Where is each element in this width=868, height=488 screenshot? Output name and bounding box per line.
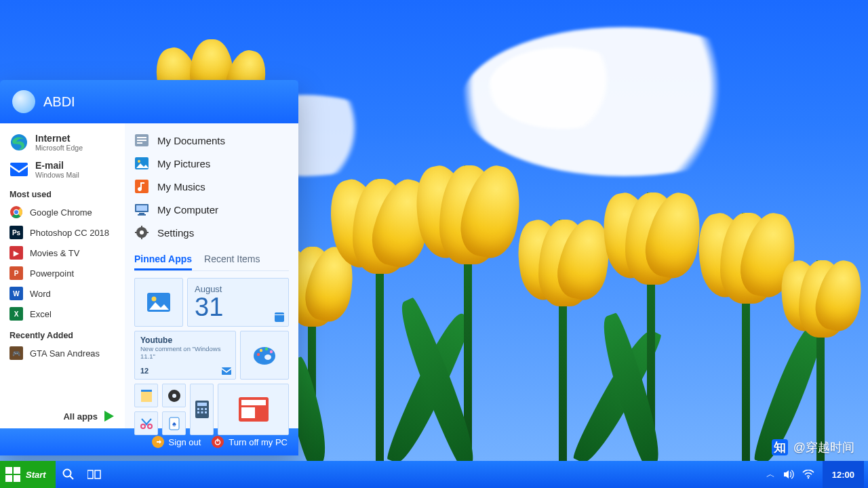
svg-point-6 xyxy=(14,210,18,214)
tile-photos[interactable] xyxy=(134,278,183,327)
svg-point-56 xyxy=(63,470,71,477)
tile-solitaire[interactable]: ♠ xyxy=(162,411,186,435)
svg-rect-35 xyxy=(141,391,152,402)
app-chrome[interactable]: Google Chrome xyxy=(9,202,118,222)
svg-rect-49 xyxy=(201,411,203,413)
pinned-email[interactable]: E-mailWindows Mail xyxy=(9,156,118,183)
taskbar-taskview[interactable] xyxy=(81,461,107,488)
calculator-icon xyxy=(195,401,209,418)
svg-rect-53 xyxy=(241,407,255,418)
svg-rect-15 xyxy=(136,205,147,211)
tab-recent-items[interactable]: Recent Items xyxy=(204,249,260,270)
svg-rect-1 xyxy=(10,163,28,176)
link-settings[interactable]: Settings xyxy=(134,221,289,244)
app-movies-tv[interactable]: ▶Movies & TV xyxy=(9,243,118,263)
svg-point-29 xyxy=(254,347,275,365)
start-menu-header[interactable]: ABDI xyxy=(0,80,298,123)
gear-icon xyxy=(134,225,149,240)
app-powerpoint[interactable]: PPowerpoint xyxy=(9,263,118,283)
tab-pinned-apps[interactable]: Pinned Apps xyxy=(134,249,192,270)
svg-rect-50 xyxy=(205,411,207,413)
svg-point-38 xyxy=(172,394,176,398)
tile-news[interactable] xyxy=(218,384,289,435)
power-button[interactable]: Turn off my PC xyxy=(212,436,288,448)
svg-rect-44 xyxy=(197,403,207,406)
svg-rect-17 xyxy=(138,214,146,216)
svg-rect-55 xyxy=(218,439,218,442)
app-excel[interactable]: XExcel xyxy=(9,304,118,324)
movies-icon: ▶ xyxy=(9,246,23,260)
svg-rect-28 xyxy=(222,367,231,375)
paint-palette-icon xyxy=(252,342,277,368)
excel-icon: X xyxy=(9,307,23,321)
svg-point-32 xyxy=(260,349,262,352)
tray-volume-icon[interactable] xyxy=(783,470,794,479)
zhihu-icon: 知 xyxy=(772,439,788,455)
tile-media[interactable] xyxy=(162,384,186,407)
svg-point-33 xyxy=(265,348,268,350)
svg-rect-8 xyxy=(137,137,146,138)
taskview-icon xyxy=(87,469,101,480)
calendar-day: 31 xyxy=(195,294,223,320)
link-computer[interactable]: My Computer xyxy=(134,198,289,221)
link-documents[interactable]: My Documents xyxy=(134,129,289,152)
svg-rect-21 xyxy=(141,237,142,239)
app-photoshop[interactable]: PsPhotoshop CC 2018 xyxy=(9,222,118,243)
cards-icon: ♠ xyxy=(168,416,180,431)
mail-badge-icon xyxy=(222,367,231,375)
signout-icon xyxy=(152,436,164,448)
tile-notepad[interactable] xyxy=(134,384,158,407)
mail-icon xyxy=(9,160,28,179)
tile-youtube[interactable]: Youtube New comment on "Windows 11.1" 12 xyxy=(134,331,236,380)
svg-rect-58 xyxy=(87,470,93,479)
start-right-column: My Documents My Pictures My Musics My Co… xyxy=(125,123,298,428)
tile-paint[interactable] xyxy=(240,331,289,380)
svg-rect-48 xyxy=(197,411,199,413)
tray-wifi-icon[interactable] xyxy=(802,470,814,479)
tile-snip[interactable] xyxy=(134,411,158,435)
app-gta[interactable]: 🎮GTA San Andreas xyxy=(9,343,118,363)
svg-rect-47 xyxy=(205,408,207,410)
svg-rect-59 xyxy=(95,470,100,479)
svg-point-30 xyxy=(264,354,271,360)
svg-line-57 xyxy=(70,476,73,479)
svg-rect-9 xyxy=(137,140,146,141)
taskbar-search[interactable] xyxy=(56,461,81,488)
taskbar-clock[interactable]: 12:00 xyxy=(823,461,864,488)
disc-icon xyxy=(167,389,181,403)
watermark: 知 @穿越时间 xyxy=(772,439,854,455)
link-musics[interactable]: My Musics xyxy=(134,175,289,198)
music-icon xyxy=(134,179,149,194)
link-pictures[interactable]: My Pictures xyxy=(134,152,289,175)
start-menu: ABDI InternetMicrosoft Edge E-mailWindow… xyxy=(0,80,298,455)
svg-text:♠: ♠ xyxy=(172,420,176,428)
pinned-internet[interactable]: InternetMicrosoft Edge xyxy=(9,129,118,156)
svg-rect-10 xyxy=(137,142,142,144)
svg-rect-16 xyxy=(139,213,144,214)
svg-rect-36 xyxy=(141,390,152,392)
documents-icon xyxy=(134,133,149,148)
tile-calculator[interactable] xyxy=(190,384,214,435)
scissors-icon xyxy=(140,417,153,430)
search-icon xyxy=(62,468,75,481)
play-arrow-icon xyxy=(104,411,114,422)
svg-rect-26 xyxy=(275,312,284,322)
tiles-tabs: Pinned Apps Recent Items xyxy=(134,249,289,271)
news-icon xyxy=(239,397,269,422)
windows-logo-icon xyxy=(5,467,20,482)
start-button[interactable]: Start xyxy=(0,461,56,488)
pictures-icon xyxy=(134,156,149,171)
svg-point-60 xyxy=(808,477,809,479)
svg-point-19 xyxy=(140,230,144,235)
svg-point-25 xyxy=(152,297,157,302)
svg-rect-52 xyxy=(241,400,266,405)
all-apps-button[interactable]: All apps xyxy=(9,405,118,423)
svg-rect-23 xyxy=(146,232,149,233)
calendar-icon xyxy=(275,312,284,322)
tile-calendar[interactable]: August 31 xyxy=(187,278,289,327)
svg-point-40 xyxy=(148,424,152,428)
signout-button[interactable]: Sign out xyxy=(152,436,201,448)
app-word[interactable]: WWord xyxy=(9,283,118,304)
tray-chevron-up-icon[interactable]: ︿ xyxy=(766,468,775,481)
recently-added-heading: Recently Added xyxy=(9,331,118,340)
